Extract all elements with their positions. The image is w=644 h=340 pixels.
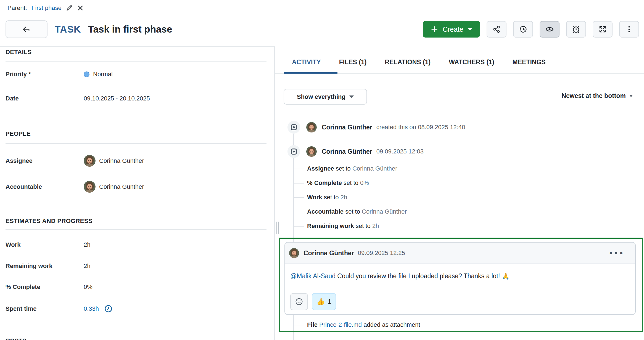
smiley-icon (295, 298, 303, 306)
left-panel-top-border (0, 46, 274, 47)
change-item: Work set to 2h (307, 194, 347, 201)
chevron-down-icon (629, 95, 633, 97)
baseline-comparison-button[interactable] (513, 21, 533, 38)
tab-files[interactable]: FILES (1) (339, 56, 367, 68)
more-actions-button[interactable] (619, 21, 639, 38)
reminder-button[interactable] (566, 21, 586, 38)
chevron-down-icon (468, 28, 472, 31)
thumbs-up-reaction-button[interactable]: 👍 1 (312, 293, 336, 310)
work-package-type: TASK (55, 24, 81, 35)
tab-relations[interactable]: RELATIONS (1) (385, 56, 431, 68)
watch-button[interactable] (540, 21, 559, 38)
activity-author: Corinna Günther (322, 124, 372, 131)
history-clock-icon (519, 25, 527, 34)
priority-value[interactable]: Normal (84, 71, 113, 78)
accountable-label: Accountable (6, 183, 84, 190)
spent-time-label: Spent time (6, 305, 84, 312)
avatar (84, 181, 96, 193)
accountable-value[interactable]: Corinna Günther (84, 181, 144, 193)
timeline-tick (293, 183, 304, 184)
kebab-menu-icon (625, 25, 633, 33)
date-label: Date (6, 95, 84, 102)
back-button[interactable] (6, 20, 47, 38)
back-arrow-icon (22, 25, 31, 33)
add-reaction-button[interactable] (290, 293, 308, 310)
work-label: Work (6, 241, 84, 248)
plus-icon (431, 25, 438, 33)
comment-author: Corinna Günther (303, 249, 354, 257)
edit-parent-button[interactable] (66, 5, 73, 11)
change-item: Assignee set to Corinna Günther (307, 165, 397, 172)
alarm-clock-icon (572, 25, 580, 34)
tab-watchers[interactable]: WATCHERS (1) (449, 56, 494, 68)
panel-resize-handle[interactable] (276, 222, 279, 234)
eye-icon (545, 25, 554, 34)
section-title-estimates: ESTIMATES AND PROGRESS (6, 217, 93, 225)
attachment-file-link[interactable]: Prince-2-file.md (319, 321, 362, 328)
change-marker-icon (287, 121, 300, 134)
avatar (289, 248, 299, 258)
breadcrumb: Parent: First phase (7, 4, 84, 12)
divider (6, 143, 266, 144)
activity-entry-created: Corinna Günther created this on 08.09.20… (287, 121, 465, 134)
priority-label: Priority * (6, 71, 84, 78)
page-title: Task in first phase (88, 24, 172, 35)
work-row: Work 2h (6, 241, 90, 248)
remaining-work-label: Remaining work (6, 262, 84, 270)
fullscreen-button[interactable] (593, 21, 613, 38)
comment-header: Corinna Günther 09.09.2025 12:25 • • • (285, 243, 635, 264)
assignee-label: Assignee (6, 157, 84, 164)
share-icon (492, 25, 501, 33)
activity-meta: 09.09.2025 12:03 (376, 148, 424, 155)
detail-tabs: ACTIVITY FILES (1) RELATIONS (1) WATCHER… (292, 56, 546, 68)
log-time-clock-icon[interactable] (104, 304, 113, 313)
activity-entry-update: Corinna Günther 09.09.2025 12:03 (287, 145, 424, 158)
change-marker-icon (287, 145, 300, 158)
section-title-people: PEOPLE (6, 130, 31, 137)
parent-link[interactable]: First phase (31, 4, 62, 12)
spent-time-link[interactable]: 0.33h (84, 305, 99, 312)
parent-label: Parent: (7, 4, 27, 12)
timeline-tick (293, 212, 304, 212)
user-mention-link[interactable]: @Malik Al-Saud (290, 272, 336, 280)
tab-activity[interactable]: ACTIVITY (292, 56, 321, 68)
assignee-row: Assignee Corinna Günther (6, 155, 144, 167)
comment-more-button[interactable]: • • • (608, 249, 625, 257)
divider (6, 229, 266, 230)
avatar (306, 122, 317, 132)
activity-meta: created this on 08.09.2025 12:40 (376, 124, 465, 131)
reaction-bar: 👍 1 (290, 293, 336, 310)
remaining-work-value[interactable]: 2h (84, 262, 90, 270)
create-button[interactable]: Create (423, 21, 480, 38)
comment-timestamp: 09.09.2025 12:25 (358, 249, 405, 257)
panel-divider (274, 46, 275, 340)
comment-text: Could you review the file I uploaded ple… (337, 272, 510, 280)
tab-meetings[interactable]: MEETINGS (513, 56, 546, 68)
share-button[interactable] (487, 21, 506, 38)
divider (6, 61, 266, 62)
file-attachment-event: File Prince-2-file.md added as attachmen… (307, 321, 420, 328)
date-value[interactable]: 09.10.2025 - 20.10.2025 (84, 95, 150, 102)
priority-dot-icon (84, 71, 89, 77)
assignee-value[interactable]: Corinna Günther (84, 155, 144, 167)
fullscreen-icon (598, 25, 607, 33)
percent-complete-value[interactable]: 0% (84, 283, 93, 291)
chevron-down-icon (349, 95, 354, 98)
activity-author: Corinna Günther (322, 148, 372, 155)
spent-time-row: Spent time 0.33h (6, 304, 113, 313)
close-icon (77, 5, 84, 11)
work-package-page: Parent: First phase (0, 0, 644, 340)
work-package-header: TASK Task in first phase Create (6, 21, 639, 38)
ellipsis-icon: • • • (609, 248, 624, 257)
pencil-icon (66, 5, 73, 11)
active-tab-underline (284, 72, 337, 74)
accountable-row: Accountable Corinna Günther (6, 181, 144, 193)
activity-sort-dropdown[interactable]: Newest at the bottom (561, 92, 633, 100)
work-value[interactable]: 2h (84, 241, 90, 248)
section-title-costs: COSTS (6, 337, 27, 340)
activity-filter-dropdown[interactable]: Show everything (284, 89, 367, 105)
date-row: Date 09.10.2025 - 20.10.2025 (6, 95, 150, 102)
remove-parent-button[interactable] (77, 5, 84, 11)
reaction-count: 1 (328, 298, 331, 306)
comment-body: @Malik Al-Saud Could you review the file… (285, 264, 635, 280)
